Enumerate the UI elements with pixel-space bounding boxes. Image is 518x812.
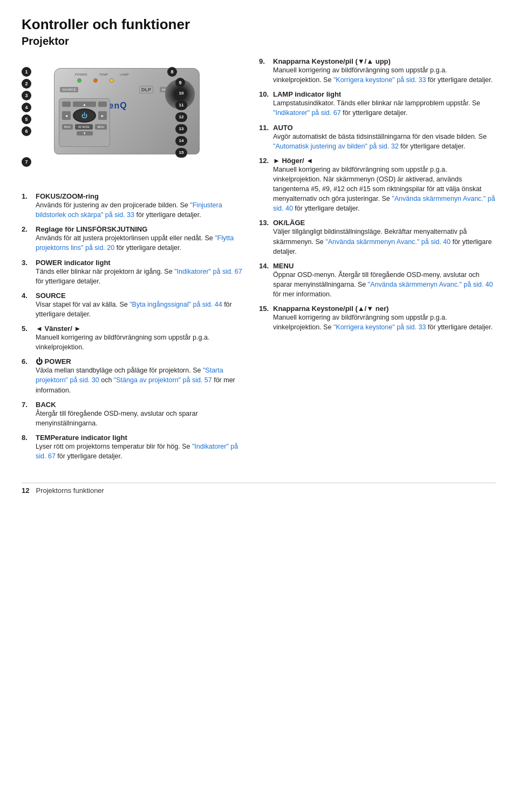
item-num: 2. <box>22 225 33 233</box>
item-link[interactable]: "Indikatorer" på sid. 67 <box>36 443 238 460</box>
item-content: ⏻ POWER Växla mellan standbyläge och pål… <box>36 357 248 395</box>
ctrl-power-circle: ⏻ <box>73 109 96 123</box>
item-content: MENU Öppnar OSD-menyn. Återgår till före… <box>273 262 496 299</box>
item-link[interactable]: "Indikatorer" på sid. 67 <box>273 109 341 117</box>
ctrl-left: ◄ <box>62 111 71 120</box>
item-content: Knapparna Keystone/pil (▲/▼ ner) Manuell… <box>273 304 496 332</box>
item-link[interactable]: "Använda skärmmenyn Avanc." på sid. 40 <box>368 281 493 288</box>
item-text: Manuell korrigering av bildförvrängning … <box>273 166 495 213</box>
item-content: LAMP indicator light Lampstatusindikator… <box>273 90 496 118</box>
list-item: 2. Reglage för LINSFÖRSKJUTNING Används … <box>22 225 248 253</box>
right-desc-list: 9. Knapparna Keystone/pil (▼/▲ upp) Manu… <box>259 57 496 332</box>
callout-13: 13 <box>175 124 187 134</box>
item-link[interactable]: "Indikatorer" på sid. 67 <box>174 268 242 275</box>
item-text: Manuell korrigering av bildförvrängning … <box>36 334 209 351</box>
item-num: 5. <box>22 324 33 333</box>
item-link[interactable]: "Korrigera keystone" på sid. 33 <box>333 76 426 84</box>
callout-5: 5 <box>22 114 31 124</box>
item-link[interactable]: "Använda skärmmenyn Avanc." på sid. 40 <box>273 195 495 212</box>
item-num: 12. <box>259 157 271 165</box>
list-item: 3. POWER indicator light Tänds eller bli… <box>22 259 248 286</box>
item-text: Används för justering av den projicerade… <box>36 201 222 219</box>
list-item: 15. Knapparna Keystone/pil (▲/▼ ner) Man… <box>259 304 496 332</box>
list-item: 4. SOURCE Visar stapel för val av källa.… <box>22 292 248 319</box>
ctrl-right: ► <box>98 111 107 120</box>
item-content: OK/LÄGE Väljer tillgängligt bildinställn… <box>273 219 496 256</box>
item-title: Knapparna Keystone/pil (▼/▲ upp) <box>273 57 496 65</box>
item-content: ► Höger/ ◄ Manuell korrigering av bildfö… <box>273 157 496 214</box>
item-title: AUTO <box>273 124 496 132</box>
item-link[interactable]: "Använda skärmmenyn Avanc." på sid. 40 <box>325 238 451 246</box>
item-title: Knapparna Keystone/pil (▲/▼ ner) <box>273 304 496 313</box>
item-text: Lampstatusindikator. Tänds eller blinkar… <box>273 99 480 117</box>
callout-8: 8 <box>167 67 177 77</box>
item-text: Används för att justera projektorlinsen … <box>36 234 234 252</box>
callout-6: 6 <box>22 126 31 136</box>
item-link2[interactable]: "Stänga av projektorn" på sid. 57 <box>114 376 212 384</box>
item-text: Avgör automatiskt de bästa tidsinställni… <box>273 133 487 150</box>
item-num: 9. <box>259 57 271 65</box>
footer-pagenum: 12 <box>22 486 29 495</box>
ctrl-menu: MENU <box>95 124 107 130</box>
item-content: Reglage för LINSFÖRSKJUTNING Används för… <box>36 225 248 253</box>
item-link[interactable]: "Automatisk justering av bilden" på sid.… <box>273 143 399 150</box>
item-title: TEMPerature indicator light <box>36 434 248 442</box>
list-item: 6. ⏻ POWER Växla mellan standbyläge och … <box>22 357 248 395</box>
callout-10: 10 <box>175 89 187 98</box>
item-text: Manuell korrigering av bildförvrängning … <box>273 66 493 84</box>
ctrl-up: ▲ <box>73 102 96 107</box>
lamp-indicator-dot <box>110 78 114 83</box>
item-content: POWER indicator light Tänds eller blinka… <box>36 259 248 286</box>
item-num: 1. <box>22 192 33 200</box>
item-link[interactable]: "Korrigera keystone" på sid. 33 <box>333 323 426 331</box>
item-num: 7. <box>22 401 33 409</box>
item-num: 3. <box>22 259 33 267</box>
list-item: 12. ► Höger/ ◄ Manuell korrigering av bi… <box>259 157 496 214</box>
item-title: FOKUS/ZOOM-ring <box>36 192 248 200</box>
item-link[interactable]: "Flytta projektorns lins" på sid. 20 <box>36 234 234 252</box>
item-num: 4. <box>22 292 33 300</box>
callout-15: 15 <box>175 148 187 158</box>
item-link[interactable]: "Byta ingångssignal" på sid. 44 <box>130 301 222 308</box>
item-title: SOURCE <box>36 292 248 300</box>
sub-title: Projektor <box>22 35 496 48</box>
item-text: Lyser rött om projektorns temperatur bli… <box>36 443 238 460</box>
source-button-img: SOURCE <box>60 87 78 92</box>
item-title: Reglage för LINSFÖRSKJUTNING <box>36 225 248 233</box>
item-title: ► Höger/ ◄ <box>273 157 496 165</box>
item-link[interactable]: "Finjustera bildstorlek och skärpa" på s… <box>36 201 222 219</box>
ctrl-back: BACK <box>62 124 73 130</box>
item-text: Visar stapel för val av källa. Se "Byta … <box>36 301 232 318</box>
item-content: BACK Återgår till föregående OSD-meny, a… <box>36 401 248 428</box>
item-content: AUTO Avgör automatiskt de bästa tidsinst… <box>273 124 496 151</box>
callout-14: 14 <box>175 136 187 146</box>
item-num: 15. <box>259 304 271 313</box>
projector-diagram: POWER TEMP LAMP BenQ DLP SOURCE AUTO <box>22 57 237 181</box>
item-num: 8. <box>22 434 33 442</box>
callout-4: 4 <box>22 103 31 112</box>
item-content: TEMPerature indicator light Lyser rött o… <box>36 434 248 461</box>
item-num: 14. <box>259 262 271 270</box>
item-content: FOKUS/ZOOM-ring Används för justering av… <box>36 192 248 220</box>
footer-text: Projektorns funktioner <box>36 486 104 495</box>
item-content: SOURCE Visar stapel för val av källa. Se… <box>36 292 248 319</box>
item-num: 6. <box>22 357 33 366</box>
item-text: Väljer tillgängligt bildinställningsläge… <box>273 228 492 255</box>
right-column: 9. Knapparna Keystone/pil (▼/▲ upp) Manu… <box>259 57 496 466</box>
item-num: 11. <box>259 124 271 132</box>
main-title: Kontroller och funktioner <box>22 16 496 33</box>
list-item: 13. OK/LÄGE Väljer tillgängligt bildinst… <box>259 219 496 256</box>
list-item: 11. AUTO Avgör automatiskt de bästa tids… <box>259 124 496 151</box>
dlp-logo: DLP <box>139 86 153 93</box>
ctrl-source <box>62 102 71 107</box>
callout-11: 11 <box>175 100 187 110</box>
callout-9: 9 <box>175 78 185 87</box>
content-area: POWER TEMP LAMP BenQ DLP SOURCE AUTO <box>22 57 496 466</box>
callout-1: 1 <box>22 67 31 77</box>
list-item: 7. BACK Återgår till föregående OSD-meny… <box>22 401 248 428</box>
power-label: POWER <box>75 73 87 76</box>
item-num: 10. <box>259 90 271 98</box>
item-num: 13. <box>259 219 271 227</box>
item-title: POWER indicator light <box>36 259 248 267</box>
list-item: 1. FOKUS/ZOOM-ring Används för justering… <box>22 192 248 220</box>
